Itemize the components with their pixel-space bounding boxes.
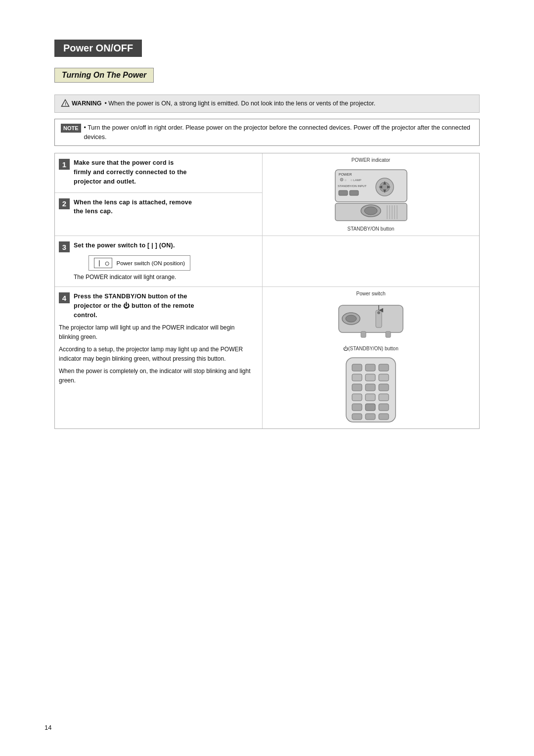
warning-box: ! WARNING • When the power is ON, a stro… bbox=[54, 94, 480, 113]
step-2-number: 2 bbox=[59, 198, 70, 209]
svg-point-26 bbox=[346, 315, 356, 322]
step-4-detail-3: When the power is completely on, the ind… bbox=[59, 367, 256, 385]
step-3-number: 3 bbox=[59, 241, 70, 252]
svg-point-28 bbox=[377, 311, 380, 314]
projector-top-diagram: POWER ○ ○ LAMP STANDBY/ON INPUT bbox=[333, 165, 409, 224]
standby-on-button-label: STANDBY/ON button bbox=[348, 226, 395, 232]
section-title: Power ON/OFF bbox=[54, 40, 142, 57]
step-4-header: 4 Press the STANDBY/ON button of theproj… bbox=[59, 292, 256, 320]
svg-rect-30 bbox=[386, 331, 391, 337]
step-2-text: When the lens cap is attached, removethe… bbox=[74, 198, 192, 217]
svg-rect-14 bbox=[339, 190, 348, 195]
note-box: NOTE • Turn the power on/off in right or… bbox=[54, 119, 480, 146]
warning-text: • When the power is ON, a strong light i… bbox=[104, 99, 375, 108]
svg-text:○ LAMP: ○ LAMP bbox=[351, 179, 361, 182]
svg-text:POWER: POWER bbox=[339, 173, 352, 176]
switch-position-label: Power switch (ON position) bbox=[116, 260, 185, 266]
svg-rect-29 bbox=[361, 331, 366, 337]
step-4-number: 4 bbox=[59, 292, 70, 303]
warning-icon: ! bbox=[61, 99, 70, 108]
svg-rect-42 bbox=[352, 394, 362, 401]
svg-rect-45 bbox=[352, 404, 362, 411]
step-4-detail-1: The projector lamp will light up and the… bbox=[59, 323, 256, 342]
svg-rect-47 bbox=[379, 404, 389, 411]
svg-rect-34 bbox=[365, 364, 375, 371]
svg-rect-49 bbox=[365, 414, 375, 420]
svg-rect-15 bbox=[350, 190, 358, 195]
power-indicator-label: POWER indicator bbox=[352, 157, 390, 163]
svg-rect-46 bbox=[365, 404, 375, 411]
power-switch-label: Power switch bbox=[356, 291, 386, 296]
step-1-text: Make sure that the power cord isfirmly a… bbox=[74, 158, 187, 186]
svg-rect-44 bbox=[379, 394, 389, 401]
svg-rect-35 bbox=[379, 364, 389, 371]
projector-side-diagram bbox=[336, 300, 405, 340]
svg-rect-39 bbox=[352, 384, 362, 391]
page-number: 14 bbox=[44, 724, 51, 731]
svg-rect-40 bbox=[365, 384, 375, 391]
step-1-number: 1 bbox=[59, 159, 70, 170]
svg-point-18 bbox=[364, 207, 377, 215]
note-label: NOTE bbox=[61, 124, 81, 133]
step-3-detail: The POWER indicator will light orange. bbox=[59, 273, 256, 282]
step-3-text: Set the power switch to [ | ] (ON). bbox=[74, 241, 175, 250]
steps-area: 1 Make sure that the power cord isfirmly… bbox=[54, 153, 480, 429]
step-1-header: 1 Make sure that the power cord isfirmly… bbox=[59, 158, 256, 186]
svg-rect-36 bbox=[352, 374, 362, 381]
step-2-header: 2 When the lens cap is attached, removet… bbox=[59, 198, 256, 217]
switch-icon: | ○ bbox=[94, 258, 112, 268]
standby-on-button-remote-label: ⏻(STANDBY/ON) button bbox=[343, 346, 399, 351]
warning-label: ! WARNING bbox=[61, 99, 101, 108]
power-switch-diagram: | ○ Power switch (ON position) bbox=[89, 255, 190, 271]
svg-rect-48 bbox=[352, 414, 362, 420]
svg-rect-33 bbox=[352, 364, 362, 371]
svg-point-4 bbox=[340, 178, 343, 181]
step-4-text: Press the STANDBY/ON button of theprojec… bbox=[74, 292, 194, 320]
svg-rect-37 bbox=[365, 374, 375, 381]
note-text: • Turn the power on/off in right order. … bbox=[84, 123, 473, 142]
svg-rect-41 bbox=[379, 384, 389, 391]
svg-text:STANDBY/ON   INPUT: STANDBY/ON INPUT bbox=[338, 185, 367, 188]
step-4-detail-2: According to a setup, the projector lamp… bbox=[59, 345, 256, 364]
svg-text:!: ! bbox=[65, 102, 66, 106]
subsection-title: Turning On The Power bbox=[54, 68, 154, 83]
svg-rect-50 bbox=[379, 414, 389, 420]
svg-text:○: ○ bbox=[345, 179, 347, 182]
step-3-header: 3 Set the power switch to [ | ] (ON). bbox=[59, 241, 256, 252]
remote-control-diagram bbox=[341, 355, 400, 425]
svg-rect-43 bbox=[365, 394, 375, 401]
svg-rect-38 bbox=[379, 374, 389, 381]
